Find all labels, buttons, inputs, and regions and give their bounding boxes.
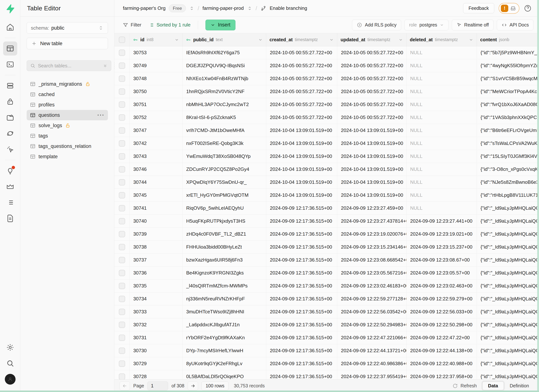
cell-content[interactable]: {"id":"NJe5s8ZmBwnoB6e3s [477,176,539,189]
cell-updated_at[interactable]: 2024-09-09 12:22:56.03542+00 [337,305,406,318]
row-checkbox[interactable] [119,76,125,82]
cell-public_id[interactable]: _l40sQIRTmMZfcm-MWMPs [183,279,266,292]
cell-deleted_at[interactable]: 2024-09-09 12:23:05.57+00 [406,267,477,279]
cell-deleted_at[interactable]: 2024-09-09 12:23:27.441+00 [406,215,477,227]
cell-updated_at[interactable]: 2024-10-05 00:55:27.722+00 [337,72,406,85]
cell-id[interactable]: 30736 [130,267,183,279]
chevron-down-icon[interactable] [258,38,263,42]
prev-page-button[interactable] [120,382,130,390]
plan-badge[interactable]: Free [169,5,186,12]
cell-created_at[interactable]: 2024-10-05 00:55:27.722+00 [266,72,337,85]
cell-updated_at[interactable]: 2024-10-04 13:09:01.519+00 [337,163,406,176]
cell-public_id[interactable]: Be4KignzoK9YRGNI3Zgks [183,267,266,279]
cell-updated_at[interactable]: 2024-09-09 12:23:27.459+00 [337,202,406,215]
cell-content[interactable]: {"id":"_Id9aLyJpMHQLaiQC [477,215,539,227]
cell-id[interactable]: 30735 [130,279,183,292]
cell-id[interactable]: 30742 [130,137,183,150]
cell-public_id[interactable]: _La6pddxcKJIbgufATJ1n [183,318,266,331]
cell-content[interactable]: {"id":"_Id9aLyJpMHQLaiQC [477,241,539,253]
cell-public_id[interactable]: nxFT002ISeRE-Qobg3K3k [183,137,266,150]
cell-created_at[interactable]: 2024-10-05 00:55:27.722+00 [266,111,337,124]
cell-public_id[interactable]: DYp-7mcyMSIrHefLYIwwH [183,344,266,357]
cell-content[interactable]: {"id":"sTsWaLCPsVA2WuK2 [477,137,539,150]
cell-updated_at[interactable]: 2024-10-04 13:09:01.519+00 [337,137,406,150]
cell-created_at[interactable]: 2024-09-09 12:17:36.515+00 [266,267,337,279]
row-checkbox[interactable] [119,322,125,328]
column-header-updated_at[interactable]: updated_attimestamptz [337,33,406,46]
chevron-down-icon[interactable] [174,38,179,42]
cell-created_at[interactable]: 2024-10-04 13:09:01.519+00 [266,137,337,150]
cell-id[interactable]: 30745 [130,189,183,201]
table-menu-button[interactable]: ··· [97,112,105,118]
cell-id[interactable]: 30733 [130,305,183,318]
cell-created_at[interactable]: 2024-10-04 13:09:01.519+00 [266,150,337,163]
cell-id[interactable]: 30737 [130,253,183,266]
cell-content[interactable]: {"id":"_Id9aLyJpMHQLaiQC [477,370,539,379]
project-name[interactable]: farming-paper-prod [202,5,244,11]
cell-public_id[interactable]: zHDq4c0F0VBF_TL2_dBZ1 [183,228,266,240]
row-checkbox[interactable] [119,50,125,56]
nav-sql-editor[interactable] [3,57,17,72]
nav-database[interactable] [3,79,17,93]
select-all-checkbox[interactable] [119,37,125,43]
row-checkbox[interactable] [119,270,125,276]
cell-id[interactable]: 30753 [130,46,183,59]
cell-content[interactable]: {"id":"15LSIyT0JGMf3Kl4Vn [477,150,539,163]
nav-advisors[interactable] [3,164,17,178]
cell-updated_at[interactable]: 2024-09-09 12:22:47.221066+00 [337,331,406,344]
help-icon[interactable] [524,5,532,12]
cell-created_at[interactable]: 2024-09-09 12:17:36.515+00 [266,202,337,215]
cell-deleted_at[interactable]: 2024-09-09 12:23:19.021+00 [406,228,477,240]
cell-deleted_at[interactable]: 2024-09-09 12:22:50.298+00 [406,318,477,331]
cell-content[interactable]: {"id":"_Id9aLyJpMHQLaiQC [477,318,539,331]
cell-created_at[interactable]: 2024-09-09 12:17:36.515+00 [266,292,337,305]
cell-public_id[interactable]: YwEmuWdqT38XoSB048QYp [183,150,266,163]
cell-id[interactable]: 30752 [130,111,183,124]
schema-select[interactable]: schema: public [27,22,108,34]
cell-content[interactable]: {"id":"_Id9aLyJpMHQLaiQC [477,202,539,215]
cell-public_id[interactable]: NhXEo1Xw04FnB4RzWTNjb [183,72,266,85]
cell-created_at[interactable]: 2024-10-05 00:55:27.722+00 [266,85,337,98]
row-checkbox[interactable] [119,127,125,134]
row-checkbox[interactable] [119,348,125,354]
cell-content[interactable]: {"id":"_Id9aLyJpMHQLaiQC [477,344,539,357]
cell-updated_at[interactable]: 2024-09-09 12:22:40.986386+00 [337,357,406,370]
cell-deleted_at[interactable]: 2024-09-09 12:22:47.22+00 [406,331,477,344]
chevron-down-icon[interactable] [399,38,403,42]
cell-deleted_at[interactable]: 2024-09-09 12:23:08.67+00 [406,253,477,266]
cell-public_id[interactable]: 1hnRQjxSRm2V0VticY2NF [183,85,266,98]
cell-content[interactable]: {"id":"4wyNgK55lOfrpmYZd [477,59,539,72]
column-header-created_at[interactable]: created_attimestamptz [266,33,337,46]
cell-created_at[interactable]: 2024-10-04 13:09:01.519+00 [266,176,337,189]
cell-created_at[interactable]: 2024-10-05 00:55:27.722+00 [266,59,337,72]
cell-updated_at[interactable]: 2024-09-09 12:23:19.020076+00 [337,228,406,240]
cell-updated_at[interactable]: 2024-10-05 00:55:27.722+00 [337,85,406,98]
cell-created_at[interactable]: 2024-09-09 12:17:36.515+00 [266,305,337,318]
cell-created_at[interactable]: 2024-09-09 12:17:36.515+00 [266,357,337,370]
cell-public_id[interactable]: H5uqFKpRUTPkjxdysT3HS [183,215,266,227]
cell-updated_at[interactable]: 2024-09-09 12:23:05.567216+00 [337,267,406,279]
cell-created_at[interactable]: 2024-09-09 12:17:36.515+00 [266,370,337,379]
notifications-button[interactable]: ! [499,3,519,14]
cell-created_at[interactable]: 2024-10-05 00:55:27.722+00 [266,98,337,111]
cell-updated_at[interactable]: 2024-10-04 13:09:01.519+00 [337,124,406,137]
cell-deleted_at[interactable]: 2024-09-09 12:22:37.958+00 [406,370,477,379]
insert-button[interactable]: Insert [206,20,236,30]
cell-content[interactable]: {"id":"rtHbLpgB8V11LUK7152 [477,189,539,201]
row-checkbox[interactable] [119,231,125,237]
sort-button[interactable]: Sorted by 1 rule [149,22,191,28]
sidebar-item-tags_questions_relation[interactable]: tags_questions_relation [27,141,108,151]
cell-deleted_at[interactable]: NULL [406,137,477,150]
cell-public_id[interactable]: FHHUioa3bidd00BHyLeZt [183,241,266,253]
cell-public_id[interactable]: xrETl_HyGY0mPMGVqtOTM [183,189,266,201]
role-select[interactable]: role postgres [404,20,448,30]
cell-content[interactable]: {"id":"5b7j5Pz9WHBNmY_A [477,46,539,59]
cell-updated_at[interactable]: 2024-10-05 00:55:27.722+00 [337,111,406,124]
nav-api-docs[interactable] [3,211,17,225]
chevron-down-icon[interactable] [329,38,334,42]
cell-public_id[interactable]: vrIh7CMD-JtM1bOweMHfA [183,124,266,137]
row-checkbox[interactable] [119,283,125,289]
row-checkbox[interactable] [119,373,125,380]
org-name[interactable]: farming-paper's Org [123,5,165,11]
sidebar-item-tags[interactable]: tags [27,131,108,141]
